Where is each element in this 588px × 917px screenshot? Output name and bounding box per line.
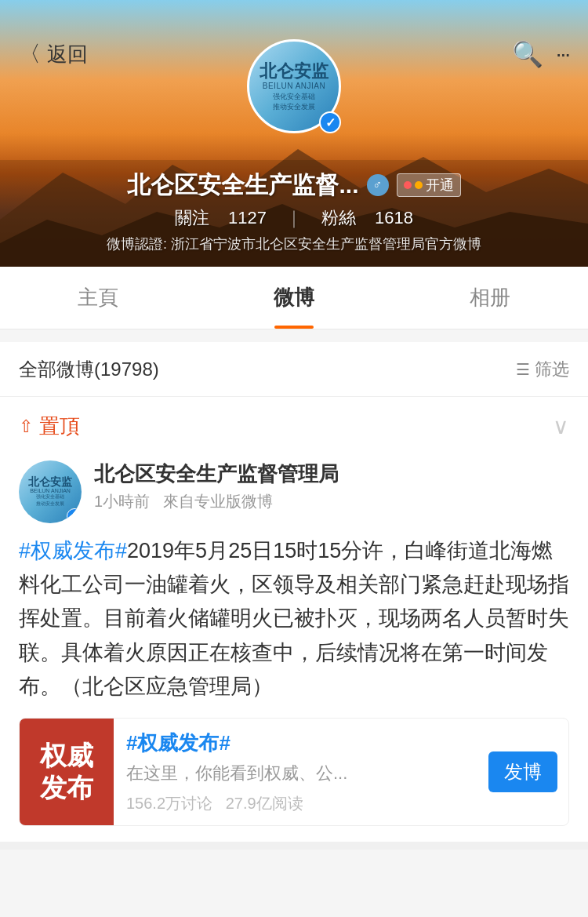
post-content: #权威发布#2019年5月25日15时15分许，白峰街道北海燃料化工公司一油罐着… [19, 534, 569, 704]
follow-status-text: 开通 [426, 176, 454, 195]
filter-label: 筛选 [535, 358, 569, 381]
profile-name: 北仑区安全生产监督... [127, 169, 358, 202]
stats-divider: ｜ [285, 206, 303, 230]
follow-dot-orange [415, 181, 423, 189]
post-avatar-verified-icon: ✓ [67, 508, 82, 523]
topic-discussion-count: 156.2万讨论 [126, 795, 212, 812]
tab-album[interactable]: 相册 [392, 267, 588, 329]
topic-stats: 156.2万讨论 27.9亿阅读 [126, 793, 476, 814]
topic-card[interactable]: 权威 发布 #权威发布# 在这里，你能看到权威、公... 156.2万讨论 27… [19, 718, 569, 826]
post-time: 1小時前 來自专业版微博 [94, 491, 569, 512]
fans-count: 1618 [375, 208, 413, 228]
topic-info: #权威发布# 在这里，你能看到权威、公... 156.2万讨论 27.9亿阅读 [114, 719, 488, 825]
top-nav-icons: 🔍 ··· [512, 39, 569, 69]
pinned-section: ⇧ 置頂 ∨ 北仑安监 BEILUN ANJIAN 强化安全基础 推动安全发展 … [0, 397, 588, 850]
back-label: 返回 [47, 41, 88, 68]
gender-icon: ♂ [367, 174, 389, 196]
weibo-count-title: 全部微博(19798) [19, 357, 159, 382]
profile-cert-desc: 微博認證: 浙江省宁波市北仑区安全生产监督管理局官方微博 [16, 235, 572, 254]
post-avatar[interactable]: 北仑安监 BEILUN ANJIAN 强化安全基础 推动安全发展 ✓ [19, 460, 82, 523]
verified-badge: ✓ [319, 111, 341, 133]
post-container: 北仑安监 BEILUN ANJIAN 强化安全基础 推动安全发展 ✓ 北仑区安全… [0, 448, 588, 842]
fans-label: 粉絲 [321, 206, 356, 230]
topic-read-count: 27.9亿阅读 [226, 795, 303, 812]
topic-thumbnail: 权威 发布 [20, 719, 114, 825]
post-avatar-main: 北仑安监 [28, 476, 72, 488]
pinned-text: 置頂 [39, 413, 80, 440]
stats-row: 關注 1127 ｜ 粉絲 1618 [16, 206, 572, 230]
filter-button[interactable]: ☰ 筛选 [516, 358, 569, 381]
weibo-list-header: 全部微博(19798) ☰ 筛选 [0, 342, 588, 397]
profile-overlay: 北仑区安全生产监督... ♂ 开通 關注 1127 ｜ 粉絲 1618 微博認證… [0, 160, 588, 267]
tab-home[interactable]: 主頁 [0, 267, 196, 329]
follow-dot-red [404, 181, 412, 189]
post-hashtag[interactable]: #权威发布# [19, 539, 127, 562]
pin-icon: ⇧ [19, 417, 33, 437]
pinned-label: ⇧ 置頂 [19, 413, 80, 440]
tab-weibo[interactable]: 微博 [196, 267, 392, 329]
more-icon[interactable]: ··· [556, 42, 569, 67]
filter-icon: ☰ [516, 360, 530, 379]
topic-post-button[interactable]: 发博 [488, 751, 557, 792]
top-navigation: 〈 返回 🔍 ··· [0, 0, 588, 77]
pinned-header: ⇧ 置頂 ∨ [0, 397, 588, 448]
follow-badge[interactable]: 开通 [397, 173, 461, 197]
back-chevron-icon: 〈 [19, 39, 41, 69]
following-label: 關注 [175, 206, 209, 230]
avatar-sub-text: BEILUN ANJIAN [263, 82, 325, 90]
post-meta: 北仑区安全生产监督管理局 1小時前 來自专业版微博 [94, 460, 569, 512]
post-header: 北仑安监 BEILUN ANJIAN 强化安全基础 推动安全发展 ✓ 北仑区安全… [19, 460, 569, 523]
post-author-name[interactable]: 北仑区安全生产监督管理局 [94, 460, 569, 488]
expand-chevron-icon[interactable]: ∨ [553, 413, 569, 439]
profile-name-row: 北仑区安全生产监督... ♂ 开通 [16, 169, 572, 202]
profile-tabs: 主頁 微博 相册 [0, 267, 588, 329]
post-body-text: 2019年5月25日15时15分许，白峰街道北海燃料化工公司一油罐着火，区领导及… [19, 539, 569, 698]
topic-desc: 在这里，你能看到权威、公... [126, 762, 476, 785]
post-avatar-slogan2: 推动安全发展 [36, 500, 64, 508]
post-avatar-slogan1: 强化安全基础 [36, 493, 64, 500]
search-icon[interactable]: 🔍 [512, 39, 543, 69]
back-button[interactable]: 〈 返回 [19, 39, 88, 69]
topic-thumb-text: 权威 发布 [34, 733, 100, 810]
post-avatar-sub: BEILUN ANJIAN [30, 488, 71, 493]
avatar-slogan: 强化安全基础 推动安全发展 [273, 92, 315, 111]
topic-title[interactable]: #权威发布# [126, 730, 476, 757]
following-count: 1127 [228, 208, 267, 228]
tab-underline [274, 326, 314, 329]
